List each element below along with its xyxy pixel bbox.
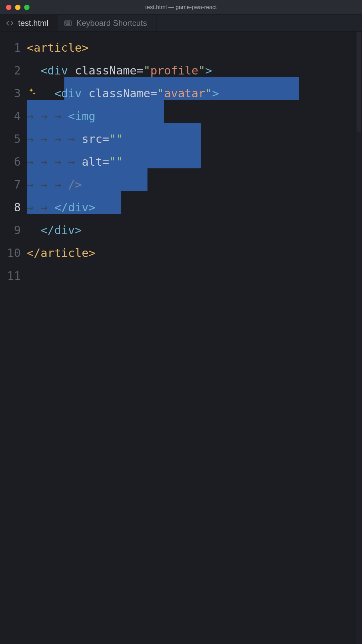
tab-test-html[interactable]: test.html xyxy=(0,15,58,31)
svg-rect-2 xyxy=(67,21,67,22)
tab-keyboard-shortcuts[interactable]: Keyboard Shortcuts xyxy=(58,15,157,31)
line-number: 11 xyxy=(0,264,21,287)
code-line[interactable]: → → → /> xyxy=(27,173,362,196)
line-number: 1 xyxy=(0,36,21,59)
svg-rect-5 xyxy=(65,23,66,23)
line-number: 10 xyxy=(0,241,21,264)
tab-label: Keyboard Shortcuts xyxy=(76,18,147,28)
tab-label: test.html xyxy=(18,18,49,28)
minimize-window-button[interactable] xyxy=(15,5,20,10)
code-line[interactable]: → → </div> xyxy=(27,196,362,219)
svg-rect-6 xyxy=(67,23,67,23)
code-line[interactable]: → → → → src="" xyxy=(27,127,362,150)
line-number-gutter: 1 2 3 4 5 6 7 8 9 10 11 xyxy=(0,32,27,644)
svg-rect-1 xyxy=(65,21,66,22)
code-icon xyxy=(6,19,13,27)
code-line[interactable]: <div className="avatar"> xyxy=(27,82,362,105)
line-number: 7 xyxy=(0,173,21,196)
code-line[interactable] xyxy=(27,264,362,287)
line-number: 5 xyxy=(0,127,21,150)
svg-rect-3 xyxy=(68,21,69,22)
line-number: 2 xyxy=(0,59,21,82)
titlebar: test.html — game-pwa-react xyxy=(0,0,362,15)
svg-rect-9 xyxy=(66,24,70,24)
code-area[interactable]: <article> <div className="profile"> <div… xyxy=(27,32,362,644)
window-controls xyxy=(0,5,29,10)
code-editor[interactable]: 1 2 3 4 5 6 7 8 9 10 11 <article> <div c… xyxy=(0,32,362,644)
line-number: 3 xyxy=(0,82,21,105)
line-number: 8 xyxy=(0,196,21,219)
svg-rect-7 xyxy=(68,23,69,23)
code-line[interactable]: <div className="profile"> xyxy=(27,59,362,82)
code-line[interactable]: → → → → alt="" xyxy=(27,150,362,173)
line-number: 6 xyxy=(0,150,21,173)
close-window-button[interactable] xyxy=(6,5,11,10)
ai-sparkle-icon xyxy=(26,87,36,100)
code-line[interactable]: <article> xyxy=(27,36,362,59)
svg-rect-8 xyxy=(69,23,70,23)
maximize-window-button[interactable] xyxy=(24,5,29,10)
tab-bar: test.html Keyboard Shortcuts xyxy=(0,15,362,32)
keyboard-icon xyxy=(64,20,72,26)
code-line[interactable]: </article> xyxy=(27,241,362,264)
window-title: test.html — game-pwa-react xyxy=(145,4,217,11)
code-line[interactable]: → → → <img xyxy=(27,105,362,127)
line-number: 4 xyxy=(0,105,21,127)
line-number: 9 xyxy=(0,219,21,241)
svg-rect-4 xyxy=(69,21,70,22)
code-line[interactable]: </div> xyxy=(27,219,362,241)
